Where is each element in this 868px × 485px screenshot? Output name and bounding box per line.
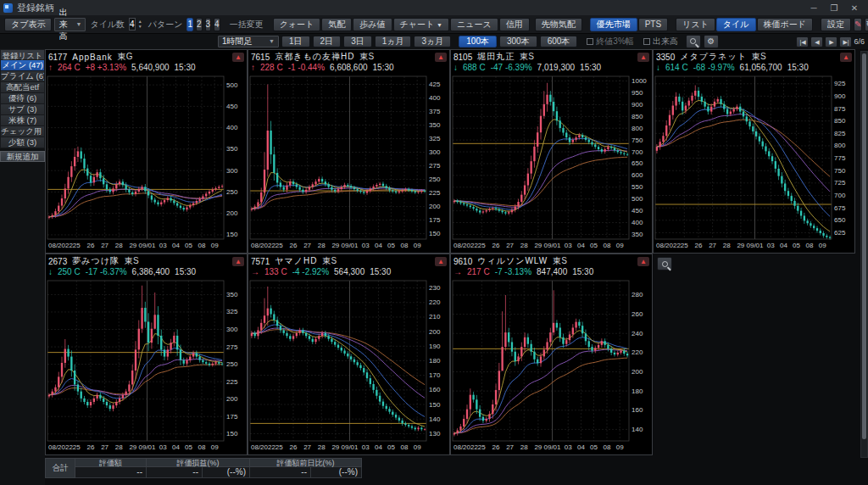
tile-view-button[interactable]: タイル (716, 18, 756, 31)
checkbox-icon[interactable] (587, 38, 593, 45)
last-price: 688 C (463, 63, 486, 72)
tile-search-button[interactable] (657, 257, 672, 270)
stepper-arrows-icon[interactable]: ▲▼ (138, 19, 142, 29)
svg-text:08: 08 (198, 242, 206, 249)
close-3pct-checkbox[interactable]: 終値3%幅 (587, 36, 633, 47)
pattern-4-button[interactable]: 4 (214, 18, 220, 31)
price-chart[interactable]: 3504004505005506006507007508008509009501… (451, 73, 652, 250)
list-view-button[interactable]: リスト (676, 18, 715, 31)
last-price: 614 C (665, 63, 688, 72)
gear-icon[interactable]: ⚙ (704, 35, 719, 48)
price-chart[interactable]: 13014015016017018019020021022023008/2022… (248, 277, 449, 452)
alert-triangle-icon[interactable]: ▲ (840, 53, 852, 62)
svg-text:05: 05 (793, 242, 800, 249)
svg-text:650: 650 (834, 216, 846, 224)
alert-triangle-icon[interactable]: ▲ (232, 257, 244, 266)
price-board-button[interactable]: 株価ボード (757, 18, 813, 31)
tile-count-stepper[interactable]: 4▲▼ (129, 18, 136, 31)
pattern-1-button[interactable]: 1 (186, 18, 193, 31)
svg-text:400: 400 (226, 124, 238, 131)
svg-text:700: 700 (834, 192, 846, 199)
svg-text:175: 175 (226, 413, 238, 421)
scrollbar-thumb[interactable] (862, 53, 866, 439)
svg-text:04: 04 (577, 242, 585, 249)
first-page-button[interactable]: |◀ (796, 36, 809, 47)
minimize-button[interactable]: ─ (804, 3, 824, 13)
bars-300-button[interactable]: 300本 (499, 36, 537, 47)
pattern-3-button[interactable]: 3 (205, 18, 212, 31)
svg-text:05: 05 (590, 443, 598, 451)
svg-text:26: 26 (290, 443, 298, 451)
tick-button[interactable]: 歩み値 (353, 18, 392, 31)
edit-icon[interactable]: ✎ (854, 18, 862, 31)
period-2d-button[interactable]: 2日 (313, 36, 342, 47)
pattern-2-button[interactable]: 2 (196, 18, 203, 31)
alert-triangle-icon[interactable]: ▲ (435, 53, 447, 62)
alert-triangle-icon[interactable]: ▲ (637, 53, 649, 62)
pts-button[interactable]: PTS (638, 18, 668, 31)
vertical-scrollbar[interactable] (860, 51, 868, 458)
refresh-icon[interactable]: ↻ (865, 18, 868, 31)
price-chart[interactable]: 14016018020022024026028008/2022252627282… (451, 277, 652, 452)
svg-text:09: 09 (211, 443, 219, 451)
bars-100-button[interactable]: 100本 (459, 36, 497, 47)
sidebar-item-6[interactable]: チェック用 ( (0, 126, 45, 137)
period-3d-button[interactable]: 3日 (343, 36, 372, 47)
volume-checkbox[interactable]: 出来高 (643, 36, 678, 47)
price-chart[interactable]: 6256506757007257507758008258508759009250… (654, 73, 854, 250)
sidebar-item-4[interactable]: サブ (3) (0, 104, 45, 115)
alert-triangle-icon[interactable]: ▲ (637, 257, 649, 266)
checkbox-icon[interactable] (643, 38, 650, 45)
svg-text:27: 27 (303, 443, 311, 451)
window-title: 登録銘柄 (17, 2, 54, 14)
alert-triangle-icon[interactable]: ▲ (435, 257, 447, 266)
prev-page-button[interactable]: ◀ (810, 36, 823, 47)
period-1m-button[interactable]: 1ヵ月 (375, 36, 412, 47)
depth-button[interactable]: 気配 (321, 18, 352, 31)
svg-text:25: 25 (478, 443, 486, 451)
timeframe-dropdown[interactable]: 1時間足▼ (218, 36, 279, 47)
metric-dropdown[interactable]: 出来高▼ (54, 18, 86, 31)
sidebar-item-5[interactable]: 米株 (7) (0, 115, 45, 126)
period-1d-button[interactable]: 1日 (281, 36, 310, 47)
price-chart[interactable]: 15017520022525027530032535037540042508/2… (248, 73, 449, 250)
svg-text:29: 29 (331, 242, 339, 249)
pl-header: 評価損益(%) (147, 458, 250, 467)
maximize-button[interactable]: ❐ (824, 3, 844, 13)
bulk-change-label: 一括変更 (230, 19, 264, 31)
futures-quote-button[interactable]: 先物気配 (535, 18, 582, 31)
quote-button[interactable]: クォート (273, 18, 321, 31)
sidebar-item-1[interactable]: プライム (6) (0, 71, 45, 82)
sidebar-item-2[interactable]: 高配当etf (0, 82, 45, 93)
svg-text:825: 825 (834, 130, 846, 137)
svg-text:180: 180 (429, 357, 441, 365)
close-button[interactable]: ✕ (844, 3, 865, 13)
preferred-market-button[interactable]: 優先市場 (590, 18, 637, 31)
svg-text:220: 220 (632, 348, 643, 356)
last-page-button[interactable]: ▶| (839, 36, 852, 47)
next-page-button[interactable]: ▶ (825, 36, 837, 47)
svg-text:26: 26 (695, 242, 703, 249)
search-icon[interactable] (686, 35, 701, 48)
tab-display-button[interactable]: タブ表示 (4, 18, 52, 31)
svg-text:08/2022: 08/2022 (251, 443, 275, 451)
sidebar-item-7[interactable]: 少額 (3) (0, 137, 45, 148)
svg-text:03: 03 (362, 443, 370, 451)
price-chart[interactable]: 15020025030035040045050008/2022252627282… (46, 73, 247, 250)
sidebar-item-0[interactable]: メイン (47) (0, 60, 45, 71)
svg-text:130: 130 (429, 430, 441, 438)
period-3m-button[interactable]: 3ヵ月 (414, 36, 451, 47)
chart-button[interactable]: チャート ▼ (393, 18, 449, 31)
alert-triangle-icon[interactable]: ▲ (232, 53, 244, 62)
price-change: -47 -6.39% (491, 63, 532, 72)
add-list-button[interactable]: 新規追加 (0, 151, 45, 162)
stock-market: 東S (359, 51, 374, 63)
svg-text:325: 325 (226, 308, 238, 315)
sidebar-item-3[interactable]: 優待 (6) (0, 93, 45, 104)
margin-button[interactable]: 信用 (499, 18, 530, 31)
news-button[interactable]: ニュース (450, 18, 498, 31)
price-chart[interactable]: 15017520022525027530032535008/2022252627… (46, 277, 247, 452)
stock-name: メタプラネット (680, 51, 747, 63)
settings-button[interactable]: 設定 (821, 18, 851, 31)
bars-600-button[interactable]: 600本 (540, 36, 578, 47)
